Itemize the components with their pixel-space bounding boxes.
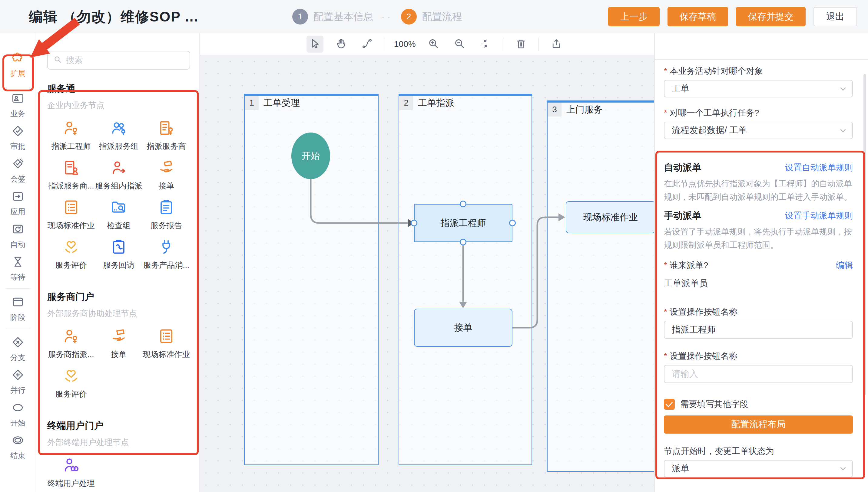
sidebar-item-审批[interactable]: 审批 xyxy=(0,121,36,154)
auto-dispatch-desc: 在此节点优先执行指派对象为【工程师】的自动派单规则，未匹配到自动派单规则的工单进… xyxy=(664,177,853,204)
library-node-终端用户处理[interactable]: 终端用户处理 xyxy=(47,456,95,489)
library-node-服务评价[interactable]: 服务评价 xyxy=(47,367,95,399)
flow-edges xyxy=(200,55,654,492)
node-library-panel: 服务通企业内业务节点指派工程师指派服务组指派服务商指派服务商...服务组内指派接… xyxy=(36,33,200,492)
node-handle-top[interactable] xyxy=(460,201,466,207)
doc-list-icon xyxy=(63,198,80,217)
fit-screen-button[interactable] xyxy=(477,36,494,53)
diamond-check2-icon xyxy=(11,157,25,172)
library-node-接单[interactable]: 接单 xyxy=(143,159,190,191)
sidebar-item-结束[interactable]: 结束 xyxy=(0,430,36,463)
node-onsite-work[interactable]: 现场标准作业 xyxy=(566,201,654,233)
library-sections: 服务通企业内业务节点指派工程师指派服务组指派服务商指派服务商...服务组内指派接… xyxy=(47,82,190,492)
person-arrow-icon xyxy=(110,159,127,178)
other-fields-checkbox[interactable] xyxy=(664,399,675,410)
target-object-select[interactable]: 工单 xyxy=(664,80,853,97)
which-order-label: * 对哪一个工单执行任务? xyxy=(664,108,853,117)
box-refresh-icon xyxy=(11,222,25,237)
library-node-接单[interactable]: 接单 xyxy=(95,327,142,360)
library-node-服务组内指派[interactable]: 服务组内指派 xyxy=(95,159,142,191)
save-submit-button[interactable]: 保存并提交 xyxy=(736,7,805,26)
library-node-现场标准作业[interactable]: 现场标准作业 xyxy=(143,327,190,360)
zoom-level: 100% xyxy=(394,39,416,49)
sidebar-item-阶段[interactable]: 阶段 xyxy=(0,292,36,325)
library-grid: 终端用户处理 xyxy=(47,456,190,492)
zoom-in-button[interactable] xyxy=(425,36,442,53)
sidebar-item-自动[interactable]: 自动 xyxy=(0,219,36,252)
prev-step-button[interactable]: 上一步 xyxy=(608,7,660,26)
diamond-check-icon xyxy=(11,124,25,139)
node-accept-order[interactable]: 接单 xyxy=(414,309,512,347)
sidebar-item-并行[interactable]: 并行 xyxy=(0,365,36,398)
button-name-input-2[interactable] xyxy=(664,365,853,383)
sidebar-item-开始[interactable]: 开始 xyxy=(0,398,36,430)
other-fields-label: 需要填写其他字段 xyxy=(680,398,748,410)
inspector-body: * 本业务活动针对哪个对象 工单 * 对哪一个工单执行任务? 流程发起数据/ 工… xyxy=(655,60,868,477)
manual-dispatch-rule-link[interactable]: 设置手动派单规则 xyxy=(785,210,853,221)
connector-tool[interactable] xyxy=(358,36,376,53)
select-tool[interactable] xyxy=(306,36,324,53)
sidebar-divider xyxy=(5,85,30,85)
auto-dispatch-title: 自动派单 xyxy=(664,161,701,174)
library-node-指派服务组[interactable]: 指派服务组 xyxy=(95,119,142,152)
flow-canvas[interactable]: 3上门服务2工单指派1工单受理 开始 指派工程师 接单 现场标准作业 xyxy=(200,55,654,492)
library-node-服务产品消...[interactable]: 服务产品消... xyxy=(143,238,190,271)
export-button[interactable] xyxy=(548,36,565,53)
card-icon xyxy=(11,92,25,106)
node-assign-engineer[interactable]: 指派工程师 xyxy=(414,204,512,242)
who-edit-link[interactable]: 编辑 xyxy=(836,260,853,271)
connector-icon xyxy=(361,38,373,51)
plug-icon xyxy=(158,238,175,257)
node-handle-bottom[interactable] xyxy=(460,239,466,245)
auto-dispatch-rule-link[interactable]: 设置自动派单规则 xyxy=(785,162,853,173)
button-name-input-1[interactable] xyxy=(664,321,853,339)
library-node-指派服务商[interactable]: 指派服务商 xyxy=(143,119,190,152)
person-wrench-icon xyxy=(63,119,80,138)
doc-wrench-icon xyxy=(158,119,175,138)
canvas-toolbar: 100% xyxy=(200,33,654,55)
node-handle-right[interactable] xyxy=(509,220,516,226)
sidebar-item-应用[interactable]: 应用 xyxy=(0,187,36,219)
library-node-指派服务商...[interactable]: 指派服务商... xyxy=(47,159,95,191)
library-search[interactable] xyxy=(47,51,190,70)
who-dispatch-value: 工单派单员 xyxy=(664,277,853,290)
which-order-select[interactable]: 流程发起数据/ 工单 xyxy=(664,122,853,139)
button-name-label-2: * 设置操作按钮名称 xyxy=(664,352,853,361)
status-change-label: 节点开始时，变更工单状态为 xyxy=(664,447,853,456)
hand-icon xyxy=(335,38,347,51)
ellipse2-icon xyxy=(11,434,25,448)
manual-dispatch-desc: 若设置了手动派单规则，将先执行手动派单规则，按规则限制派单员和工程师范围。 xyxy=(664,225,853,252)
pan-tool[interactable] xyxy=(332,36,350,53)
library-node-服务评价[interactable]: 服务评价 xyxy=(47,238,95,271)
zoom-out-button[interactable] xyxy=(451,36,468,53)
sidebar-item-分支[interactable]: 分支 xyxy=(0,333,36,365)
trash-icon xyxy=(515,38,527,51)
delete-button[interactable] xyxy=(512,36,530,53)
page-title: 编辑 （勿改）维修SOP ... xyxy=(29,0,198,33)
library-node-服务商指派...[interactable]: 服务商指派... xyxy=(47,327,95,360)
library-node-服务回访[interactable]: 服务回访 xyxy=(95,238,142,271)
clipboard-phone-icon xyxy=(110,238,127,257)
sidebar-item-等待[interactable]: 等待 xyxy=(0,252,36,285)
library-node-检查组[interactable]: 检查组 xyxy=(95,198,142,231)
search-input[interactable] xyxy=(66,55,184,65)
inspector-scrollbar[interactable] xyxy=(864,74,866,395)
library-node-服务报告[interactable]: 服务报告 xyxy=(143,198,190,231)
sidebar-item-扩展[interactable]: 扩展 xyxy=(0,48,36,81)
library-node-现场标准作业[interactable]: 现场标准作业 xyxy=(47,198,95,231)
node-start[interactable]: 开始 xyxy=(291,132,330,179)
step-1-circle: 1 xyxy=(292,9,308,25)
toolbar-divider xyxy=(503,38,503,51)
sidebar-item-会签[interactable]: 会签 xyxy=(0,154,36,187)
exit-button[interactable]: 退出 xyxy=(814,7,857,26)
person-wrench-icon xyxy=(63,327,80,346)
status-change-select[interactable]: 派单 xyxy=(664,460,853,477)
hand-box-icon xyxy=(110,327,127,346)
canvas-wrap: 100% 3上门服务2工单指派1工单受理 开始 指派工程师 接单 现场标准作业 xyxy=(200,33,654,492)
box-arrow-icon xyxy=(11,190,25,204)
library-node-指派工程师[interactable]: 指派工程师 xyxy=(47,119,95,152)
save-draft-button[interactable]: 保存草稿 xyxy=(667,7,728,26)
node-handle-left[interactable] xyxy=(411,220,417,226)
sidebar-item-业务[interactable]: 业务 xyxy=(0,89,36,121)
configure-layout-button[interactable]: 配置流程布局 xyxy=(664,415,853,434)
